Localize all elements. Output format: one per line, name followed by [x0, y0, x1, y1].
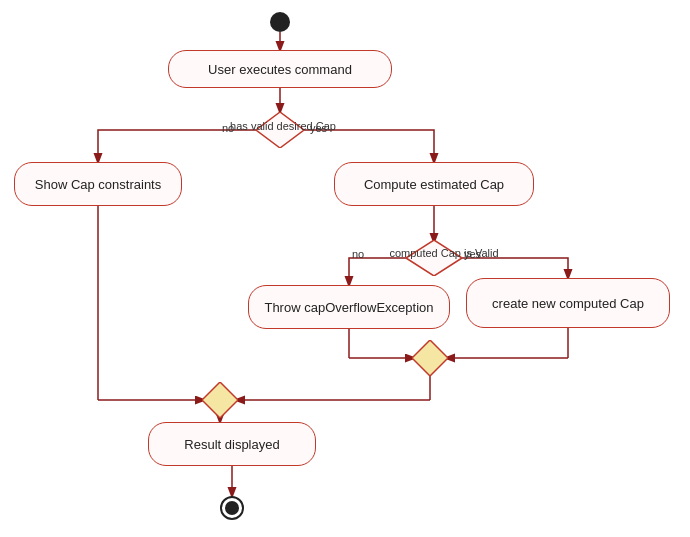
compute-cap-label: Compute estimated Cap	[364, 177, 504, 192]
end-node	[220, 496, 244, 520]
end-node-inner	[225, 501, 239, 515]
svg-marker-15	[412, 340, 448, 376]
throw-exc-label: Throw capOverflowException	[264, 300, 433, 315]
result-displayed-node: Result displayed	[148, 422, 316, 466]
merge-diamond-1	[412, 340, 448, 376]
throw-exc-node: Throw capOverflowException	[248, 285, 450, 329]
svg-marker-16	[202, 382, 238, 418]
no-left-label: no	[222, 122, 234, 134]
start-node	[270, 12, 290, 32]
compute-cap-node: Compute estimated Cap	[334, 162, 534, 206]
no-computed-label: no	[352, 248, 364, 260]
yes-right-label: yes	[310, 122, 327, 134]
user-executes-node: User executes command	[168, 50, 392, 88]
has-valid-label: has valid desired Cap	[218, 120, 348, 132]
computed-valid-label: computed Cap is Valid	[370, 247, 518, 259]
create-new-node: create new computed Cap	[466, 278, 670, 328]
show-cap-label: Show Cap constraints	[35, 177, 161, 192]
show-cap-node: Show Cap constraints	[14, 162, 182, 206]
yes-computed-label: yes	[464, 248, 481, 260]
activity-diagram: User executes command has valid desired …	[0, 0, 690, 537]
result-displayed-label: Result displayed	[184, 437, 279, 452]
merge-diamond-2	[202, 382, 238, 418]
user-executes-label: User executes command	[208, 62, 352, 77]
create-new-label: create new computed Cap	[492, 296, 644, 311]
